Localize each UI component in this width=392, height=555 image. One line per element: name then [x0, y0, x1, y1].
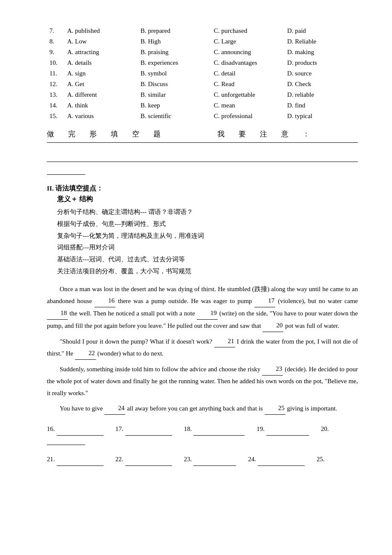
ans-blank-22[interactable] — [125, 453, 172, 466]
passage-p4: You have to give 24 all away before you … — [47, 402, 358, 415]
option-d: D. reliable — [285, 90, 358, 100]
table-row: 10. A. details B. experiences C. disadva… — [47, 58, 358, 68]
option-a: A. published — [65, 26, 138, 36]
passage-blank-25[interactable]: 25 — [265, 402, 285, 415]
answers-row-2: 21. 22. 23. 24. 25. — [47, 453, 358, 466]
ans-blank-19[interactable] — [266, 422, 309, 436]
passage-blank-17[interactable]: 17 — [254, 295, 275, 307]
table-row: 11. A. sign B. symbol C. detail D. sourc… — [47, 68, 358, 79]
question-num: 10. — [47, 58, 65, 68]
question-num: 7. — [47, 26, 65, 36]
option-b: B. praising — [138, 47, 211, 58]
passage-blank-19[interactable]: 19 — [197, 307, 218, 320]
ans-blank-16[interactable] — [57, 422, 104, 436]
passage-blank-18[interactable]: 18 — [47, 307, 68, 320]
ans-num-16: 16. — [47, 422, 55, 435]
section-ii-title: II. 语法填空提点： — [47, 184, 358, 193]
ans-blank-23[interactable] — [193, 453, 236, 466]
option-b: B. prepared — [138, 26, 211, 36]
ans-num-20: 20. — [321, 422, 329, 435]
ans-num-25: 25. — [317, 453, 325, 465]
answers-row-1: 16. 17. 18. 19. 20. — [47, 422, 358, 436]
passage-blank-23[interactable]: 23 — [262, 363, 283, 376]
question-num: 14. — [47, 100, 65, 111]
ans-blank-20[interactable] — [47, 437, 85, 445]
question-num: 9. — [47, 47, 65, 58]
option-a: A. various — [65, 111, 138, 121]
ans-blank-24[interactable] — [258, 453, 305, 466]
option-b: B. High — [138, 36, 211, 47]
question-num: 11. — [47, 68, 65, 79]
question-num: 12. — [47, 79, 65, 90]
table-row: 15. A. various B. scientific C. professi… — [47, 111, 358, 121]
answers-section-1: 16. 17. 18. 19. 20. — [47, 422, 358, 445]
extra-blank-row — [47, 437, 358, 445]
option-b: B. scientific — [138, 111, 211, 121]
option-d: D. products — [285, 58, 358, 68]
list-item: 分析句子结构、确定主谓结构--- 谓语？非谓语？ — [57, 206, 358, 218]
table-row: 14. A. think B. keep C. mean D. find — [47, 100, 358, 111]
option-b: B. Discuss — [138, 79, 211, 90]
reminder-section: 做 完 形 填 空 题 我 要 注 意 ： — [47, 129, 358, 175]
option-d: D. making — [285, 47, 358, 58]
list-item: 根据句子成份、句意---判断词性、形式 — [57, 218, 358, 230]
passage-p1: Once a man was lost in the desert and he… — [47, 283, 358, 332]
question-num: 13. — [47, 90, 65, 100]
passage-blank-20[interactable]: 20 — [262, 320, 283, 332]
question-num: 8. — [47, 36, 65, 47]
option-c: C. disadvantages — [211, 58, 285, 68]
list-item: 关注语法项目的分布、覆盖，大小写，书写规范 — [57, 266, 358, 278]
option-d: D. typical — [285, 111, 358, 121]
option-b: B. symbol — [138, 68, 211, 79]
list-item: 基础语法---冠词、代词、过去式、过去分词等 — [57, 254, 358, 266]
section-ii: II. 语法填空提点： 意义＋ 结构 分析句子结构、确定主谓结构--- 谓语？非… — [47, 184, 358, 278]
ans-blank-21[interactable] — [57, 453, 104, 466]
option-a: A. Low — [65, 36, 138, 47]
option-a: A. think — [65, 100, 138, 111]
passage-p3: Suddenly, something inside told him to f… — [47, 363, 358, 399]
option-a: A. sign — [65, 68, 138, 79]
passage-blank-21[interactable]: 21 — [214, 335, 235, 348]
passage-blank-16[interactable]: 16 — [95, 295, 115, 307]
passage-section: Once a man was lost in the desert and he… — [47, 283, 358, 415]
option-c: C. Read — [211, 79, 285, 90]
option-b: B. experiences — [138, 58, 211, 68]
ans-blank-17[interactable] — [125, 422, 172, 436]
option-d: D. find — [285, 100, 358, 111]
notes-list: 分析句子结构、确定主谓结构--- 谓语？非谓语？根据句子成份、句意---判断词性… — [57, 206, 358, 278]
ans-blank-18[interactable] — [193, 422, 245, 436]
table-row: 7. A. published B. prepared C. purchased… — [47, 26, 358, 36]
option-d: D. paid — [285, 26, 358, 36]
option-c: C. announcing — [211, 47, 285, 58]
list-item: 复杂句子---化繁为简，理清结构及主从句，用准连词 — [57, 230, 358, 242]
option-a: A. different — [65, 90, 138, 100]
divider-line-2 — [47, 162, 358, 162]
chinese-reminder: 做 完 形 填 空 题 我 要 注 意 ： — [47, 129, 358, 139]
option-a: A. details — [65, 58, 138, 68]
option-c: C. Large — [211, 36, 285, 47]
ans-num-22: 22. — [115, 453, 124, 465]
ans-num-21: 21. — [47, 453, 55, 465]
section-ii-subtitle: 意义＋ 结构 — [57, 195, 358, 204]
passage-blank-24[interactable]: 24 — [104, 402, 125, 415]
table-row: 12. A. Get B. Discuss C. Read D. Check — [47, 79, 358, 90]
passage-blank-22[interactable]: 22 — [75, 347, 96, 360]
question-num: 15. — [47, 111, 65, 121]
option-d: D. Check — [285, 79, 358, 90]
table-row: 9. A. attracting B. praising C. announci… — [47, 47, 358, 58]
question-table-section: 7. A. published B. prepared C. purchased… — [47, 26, 358, 121]
table-row: 13. A. different B. similar C. unforgett… — [47, 90, 358, 100]
ans-num-17: 17. — [115, 422, 124, 435]
ans-num-19: 19. — [257, 422, 265, 435]
option-d: D. Reliable — [285, 36, 358, 47]
option-a: A. Get — [65, 79, 138, 90]
answers-section-2: 21. 22. 23. 24. 25. — [47, 453, 358, 466]
option-c: C. unforgettable — [211, 90, 285, 100]
ans-num-18: 18. — [184, 422, 192, 435]
option-b: B. similar — [138, 90, 211, 100]
option-c: C. professional — [211, 111, 285, 121]
options-table: 7. A. published B. prepared C. purchased… — [47, 26, 358, 121]
option-a: A. attracting — [65, 47, 138, 58]
table-row: 8. A. Low B. High C. Large D. Reliable — [47, 36, 358, 47]
passage-p2: "Should I pour it down the pump? What if… — [47, 335, 358, 360]
